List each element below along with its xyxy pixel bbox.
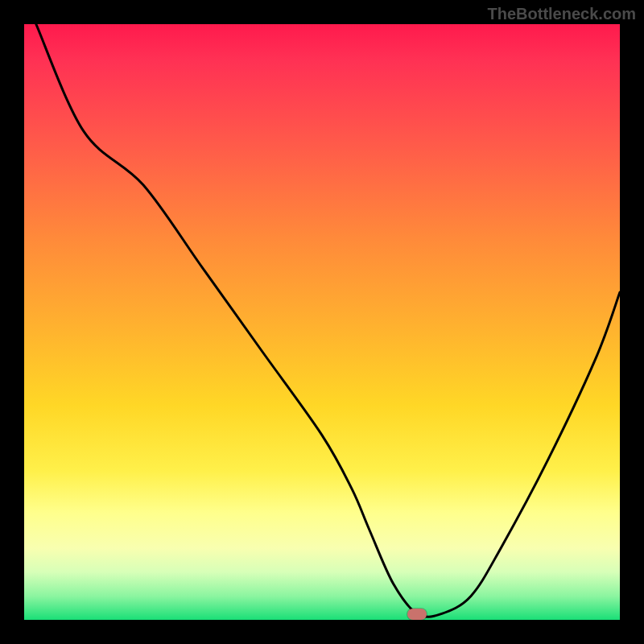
plot-area <box>24 24 620 620</box>
optimal-marker <box>407 609 427 620</box>
bottleneck-curve <box>24 24 620 620</box>
chart-container: TheBottleneck.com <box>0 0 644 644</box>
watermark-text: TheBottleneck.com <box>488 5 636 23</box>
